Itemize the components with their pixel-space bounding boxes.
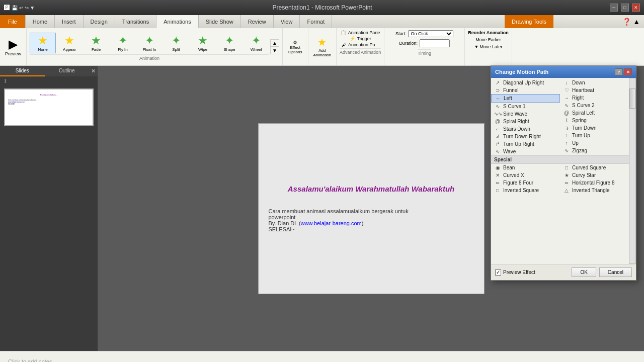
item-funnel[interactable]: ⊃ Funnel xyxy=(491,86,560,94)
start-select[interactable]: On Click xyxy=(408,30,453,37)
item-spring[interactable]: ⌇ Spring xyxy=(560,117,629,124)
preview-section: ▶ Preview xyxy=(0,28,27,65)
item-curved-square[interactable]: □ Curved Square xyxy=(560,164,629,171)
anim-wipe[interactable]: ★ Wipe xyxy=(190,33,216,53)
minimize-button[interactable]: ─ xyxy=(610,4,618,12)
item-turn-up-right[interactable]: ↱ Turn Up Right xyxy=(491,140,560,148)
item-up[interactable]: ↑ Up xyxy=(560,139,629,147)
close-panel-btn[interactable]: ✕ xyxy=(89,66,98,76)
item-left[interactable]: ← Left xyxy=(491,94,560,103)
add-animation-button[interactable]: ★ Add Animation xyxy=(311,34,334,59)
item-curvy-star[interactable]: ★ Curvy Star xyxy=(560,171,629,179)
anim-shape[interactable]: ✦ Shape xyxy=(216,33,243,53)
anim-split[interactable]: ✦ Split xyxy=(163,33,189,53)
close-button[interactable]: ✕ xyxy=(632,4,640,12)
tab-slideshow[interactable]: Slide Show xyxy=(199,15,241,28)
move-later-btn[interactable]: ▼Move Later xyxy=(474,44,503,49)
maximize-button[interactable]: □ xyxy=(621,4,629,12)
change-motion-path-dialog[interactable]: Change Motion Path ? ✕ ↗ Diagonal Up Rig… xyxy=(491,65,636,281)
slide-content[interactable]: Assalamu'alaikum Warahmatullah Wabaraktu… xyxy=(258,123,485,294)
ribbon-right-icons: ❓ ▲ xyxy=(618,15,644,28)
item-heartbeat[interactable]: ♡ Heartbeat xyxy=(560,86,629,94)
item-spiral-left[interactable]: @ Spiral Left xyxy=(560,109,629,117)
title-bar-controls: ─ □ ✕ xyxy=(610,4,640,12)
diagonal-up-right-icon: ↗ xyxy=(494,80,501,85)
anim-fade[interactable]: ★ Fade xyxy=(83,33,109,53)
tab-insert[interactable]: Insert xyxy=(55,15,84,28)
item-stairs-down[interactable]: ⌐ Stairs Down xyxy=(491,125,560,133)
trigger-btn[interactable]: Trigger xyxy=(357,36,371,41)
item-s-curve-1[interactable]: ∿ S Curve 1 xyxy=(491,103,560,110)
dialog-scrollbar[interactable] xyxy=(629,78,636,264)
turn-up-right-icon: ↱ xyxy=(494,141,501,147)
item-s-curve-2[interactable]: ∿ S Curve 2 xyxy=(560,102,629,109)
fade-star: ★ xyxy=(91,34,101,47)
item-turn-down-right[interactable]: ↲ Turn Down Right xyxy=(491,133,560,140)
anim-scroll-down[interactable]: ▼ xyxy=(270,47,279,54)
drawing-tools-tab[interactable]: Drawing Tools xyxy=(505,15,553,28)
item-down[interactable]: ↓ Down xyxy=(560,79,629,86)
item-spiral-right[interactable]: @ Spiral Right xyxy=(491,118,560,125)
tab-transitions[interactable]: Transitions xyxy=(115,15,156,28)
tab-review[interactable]: Review xyxy=(241,15,274,28)
item-diagonal-up-right[interactable]: ↗ Diagonal Up Right xyxy=(491,79,560,86)
dialog-scroll-thumb[interactable] xyxy=(629,88,635,109)
help-icon[interactable]: ❓ xyxy=(622,18,631,26)
item-turn-down[interactable]: ↴ Turn Down xyxy=(560,124,629,132)
slide-thumbnail[interactable]: Assalamu'alaikum... Cara membuat animasi… xyxy=(4,88,94,126)
anim-scroll-up[interactable]: ▲ xyxy=(270,39,279,47)
wipe-label: Wipe xyxy=(198,47,207,52)
tab-file[interactable]: File xyxy=(0,15,26,28)
item-inverted-triangle[interactable]: △ Inverted Triangle xyxy=(560,187,629,194)
tab-view[interactable]: View xyxy=(274,15,300,28)
tab-animations[interactable]: Animations xyxy=(156,15,198,28)
animation-pane-btn[interactable]: Animation Pane xyxy=(348,30,380,35)
duration-input[interactable] xyxy=(420,39,450,47)
item-inverted-square[interactable]: □ Inverted Square xyxy=(491,187,560,194)
painter-btn[interactable]: Animation Pa... xyxy=(348,42,379,47)
preview-button[interactable]: ▶ Preview xyxy=(3,35,23,58)
preview-effect-checkbox[interactable]: ✓ xyxy=(495,269,501,276)
item-sine-wave[interactable]: ∿∿ Sine Wave xyxy=(491,110,560,118)
none-label: None xyxy=(38,47,47,52)
notes-bar[interactable]: Click to add notes xyxy=(0,351,644,362)
collapse-icon[interactable]: ▲ xyxy=(633,18,640,26)
add-animation-section: ★ Add Animation xyxy=(308,28,337,65)
dialog-help-btn[interactable]: ? xyxy=(615,68,623,75)
reorder-label: Reorder Animation xyxy=(468,30,509,35)
item-figure-8-four[interactable]: ∞ Figure 8 Four xyxy=(491,179,560,187)
item-wave-left[interactable]: ∿ Wave xyxy=(491,148,560,155)
item-zigzag[interactable]: ∿ Zigzag xyxy=(560,147,629,154)
tab-format[interactable]: Format xyxy=(300,15,332,28)
item-horizontal-figure-8[interactable]: ∞ Horizontal Figure 8 xyxy=(560,179,629,187)
item-turn-up[interactable]: ↑ Turn Up xyxy=(560,132,629,139)
dialog-body: ↗ Diagonal Up Right ⊃ Funnel ← Left ∿ xyxy=(491,78,636,264)
left-icon: ← xyxy=(495,96,502,101)
slides-tab[interactable]: Slides xyxy=(0,66,45,76)
effect-options-section: ⚙ Effect Options xyxy=(283,28,308,65)
tab-design[interactable]: Design xyxy=(84,15,115,28)
bean-icon: ◉ xyxy=(494,165,501,170)
anim-none[interactable]: ★ None xyxy=(30,33,56,53)
anim-appear[interactable]: ★ Appear xyxy=(56,33,83,53)
dialog-footer-buttons: OK Cancel xyxy=(572,267,632,277)
dialog-title: Change Motion Path xyxy=(495,69,548,75)
body-line2: powerpoint xyxy=(269,214,474,220)
tab-home[interactable]: Home xyxy=(26,15,55,28)
effect-options-button[interactable]: ⚙ Effect Options xyxy=(286,37,305,57)
floatin-label: Float In xyxy=(143,47,156,52)
item-bean[interactable]: ◉ Bean xyxy=(491,164,560,171)
item-right[interactable]: → Right xyxy=(560,94,629,102)
website-link[interactable]: www.belajar-bareng.com xyxy=(301,220,362,226)
outline-tab[interactable]: Outline xyxy=(45,66,90,76)
split-star: ✦ xyxy=(172,34,181,47)
anim-flyin[interactable]: ✦ Fly In xyxy=(110,33,136,53)
anim-wheel[interactable]: ✦ Wheel xyxy=(243,33,269,53)
duration-label: Duration: xyxy=(399,41,418,46)
anim-floatin[interactable]: ✦ Float In xyxy=(136,33,163,53)
cancel-button[interactable]: Cancel xyxy=(599,267,632,277)
dialog-close-btn[interactable]: ✕ xyxy=(624,68,632,75)
move-earlier-btn[interactable]: Move Earlier xyxy=(475,37,501,42)
ok-button[interactable]: OK xyxy=(572,267,596,277)
item-curved-x[interactable]: ✕ Curved X xyxy=(491,171,560,179)
